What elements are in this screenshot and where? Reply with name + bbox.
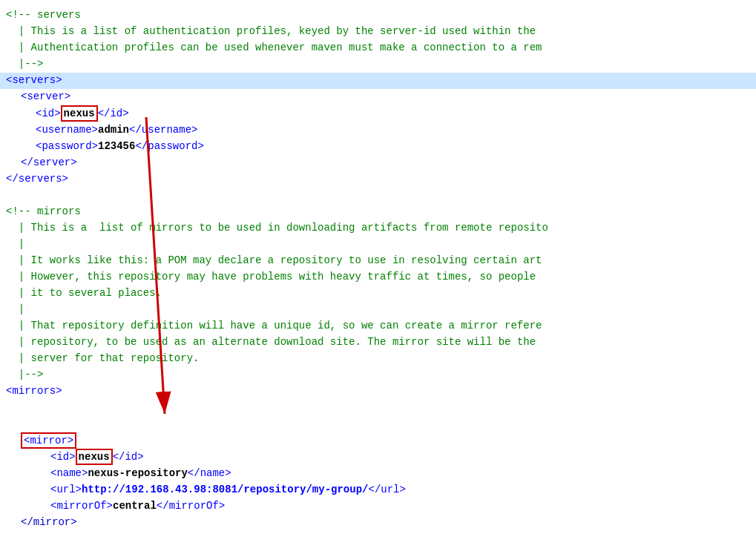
mirror-name-value: nexus-repository — [88, 466, 187, 482]
code-line-4: |--> — [0, 56, 756, 73]
code-line-mirror-id: <id>nexus</id> — [0, 449, 756, 466]
comment-text: | Authentication profiles can be used wh… — [6, 40, 542, 56]
comment-text: | This is a list of mirrors to be used i… — [6, 220, 548, 237]
server-open-tag: <server> — [21, 89, 70, 105]
code-line-mirrors-c8: | That repository definition will have a… — [0, 318, 756, 334]
code-line-mirrors-c2: | This is a list of mirrors to be used i… — [0, 220, 756, 237]
mirrors-comment: <!-- mirrors — [6, 204, 81, 220]
mirror-open-tag: <mirror> — [24, 435, 73, 446]
code-line-mirrors-c3: | — [0, 237, 756, 253]
server-close-tag: </server> — [21, 155, 77, 171]
mirror-nexus-boxed: nexus — [76, 449, 113, 465]
mirror-id-open: <id> — [50, 449, 76, 466]
code-line-mirrors-c5: | However, this repository may have prob… — [0, 269, 756, 286]
code-line-password: <password>123456</password> — [0, 139, 756, 155]
code-line-servers: <servers> — [0, 73, 756, 89]
servers-close-tag: </servers> — [6, 171, 68, 188]
code-line-mirror-url: <url>http://192.168.43.98:8081/repositor… — [0, 482, 756, 498]
comment-text: | It works like this: a POM may declare … — [6, 253, 542, 269]
comment-text: |--> — [6, 56, 43, 73]
url-close-tag: </url> — [368, 482, 405, 498]
code-line-mirrors-comment: <!-- mirrors — [0, 204, 756, 220]
servers-open-tag: <servers> — [6, 73, 62, 89]
code-line-mirrors-c9: | repository, to be used as an alternate… — [0, 334, 756, 351]
comment-text: | — [6, 237, 24, 253]
mirror-id-close: </id> — [113, 449, 144, 466]
comment-text: <!-- servers — [6, 7, 81, 24]
code-line-1: <!-- servers — [0, 7, 756, 24]
url-open-tag: <url> — [50, 482, 82, 498]
code-line-3: | Authentication profiles can be used wh… — [0, 40, 756, 56]
mirrors-open-tag: <mirrors> — [6, 383, 62, 400]
code-line-mirror-close: </mirror> — [0, 515, 756, 531]
password-close-tag: </password> — [135, 139, 203, 155]
nexus-id-boxed: nexus — [61, 105, 98, 122]
id-open-tag: <id> — [36, 106, 61, 122]
mirror-close-tag: </mirror> — [21, 515, 77, 531]
code-line-server-close: </server> — [0, 155, 756, 171]
name-close-tag: </name> — [188, 466, 231, 482]
comment-text: |--> — [6, 367, 43, 383]
mirror-url-value: http://192.168.43.98:8081/repository/my-… — [82, 482, 368, 498]
code-viewer: <!-- servers | This is a list of authent… — [0, 0, 756, 554]
code-line-mirrorof: <mirrorOf>central</mirrorOf> — [0, 498, 756, 515]
mirrorof-value: central — [113, 498, 157, 515]
code-blank-3 — [0, 416, 756, 432]
username-open-tag: <username> — [36, 122, 98, 139]
code-line-mirror-name: <name>nexus-repository</name> — [0, 466, 756, 482]
username-close-tag: </username> — [129, 122, 197, 139]
code-blank-2 — [0, 400, 756, 416]
mirror-nexus-text: nexus — [79, 451, 110, 463]
code-line-server: <server> — [0, 89, 756, 105]
nexus-text: nexus — [64, 108, 95, 119]
comment-text: | it to several places. — [6, 286, 162, 302]
mirrorof-open-tag: <mirrorOf> — [50, 498, 113, 515]
mirrorof-close-tag: </mirrorOf> — [157, 498, 225, 515]
code-line-id-nexus: <id>nexus</id> — [0, 105, 756, 122]
mirror-open-boxed: <mirror> — [21, 432, 76, 449]
code-line-mirrors-c7: | — [0, 302, 756, 318]
comment-text: | That repository definition will have a… — [6, 318, 542, 334]
comment-text: | repository, to be used as an alternate… — [6, 334, 536, 351]
id-close-tag: </id> — [98, 106, 129, 122]
code-line-mirrors-c10: | server for that repository. — [0, 351, 756, 367]
password-value: 123456 — [98, 139, 135, 155]
code-line-username: <username>admin</username> — [0, 122, 756, 139]
code-line-2: | This is a list of authentication profi… — [0, 24, 756, 40]
code-line-mirrors-tag: <mirrors> — [0, 383, 756, 400]
code-line-mirrors-c11: |--> — [0, 367, 756, 383]
comment-text: | However, this repository may have prob… — [6, 269, 536, 286]
code-line-servers-close: </servers> — [0, 171, 756, 188]
code-blank-1 — [0, 188, 756, 204]
name-open-tag: <name> — [50, 466, 88, 482]
username-value: admin — [98, 122, 129, 139]
code-line-mirror-tag: <mirror> — [0, 432, 756, 449]
comment-text: | This is a list of authentication profi… — [6, 24, 536, 40]
password-open-tag: <password> — [36, 139, 98, 155]
code-line-mirrors-c6: | it to several places. — [0, 286, 756, 302]
comment-text: | server for that repository. — [6, 351, 199, 367]
code-line-mirrors-c4: | It works like this: a POM may declare … — [0, 253, 756, 269]
comment-text: | — [6, 302, 24, 318]
